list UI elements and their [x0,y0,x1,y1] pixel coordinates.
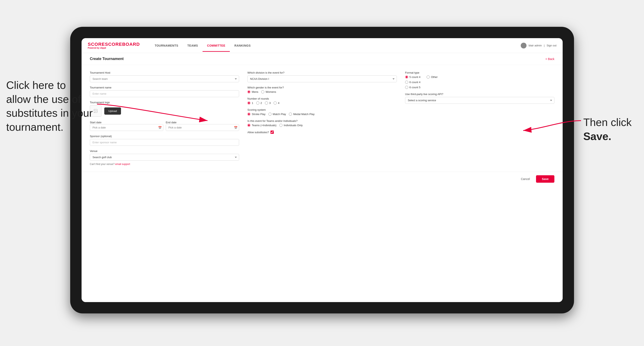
substitutes-group: Allow substitutes? [247,131,397,134]
format-6count5-label: 6 count 5 [410,86,420,89]
gender-mens-radio[interactable] [247,90,250,93]
format-5count4-radio[interactable] [405,75,408,79]
match-play-option[interactable]: Match Play [268,113,286,116]
calendar-icon-start: 📅 [158,126,162,129]
rounds-3-label: 3 [269,101,271,105]
start-date-wrap: 📅 [90,124,163,131]
tournament-name-label: Tournament name [90,86,239,89]
brand-logo: SCORESCOREBOARD Powered by clippd [88,42,140,49]
medal-match-play-label: Medal Match Play [293,113,314,116]
gender-womens-radio[interactable] [261,90,264,93]
scoring-service-select[interactable]: Select a scoring service [405,97,554,104]
stroke-play-option[interactable]: Stroke Play [247,113,265,116]
format-other-radio[interactable] [426,75,430,79]
stroke-play-radio[interactable] [247,113,250,116]
user-avatar [521,43,526,48]
scoring-api-label: Use third-party live scoring API? [405,93,554,96]
scoring-system-radio-group: Stroke Play Match Play Medal Match Play [247,113,397,116]
rounds-4-radio[interactable] [274,101,277,105]
individuals-only-option[interactable]: Individuals Only [279,124,303,127]
format-5count4-option[interactable]: 5 count 4 [405,75,420,79]
substitutes-checkbox[interactable] [270,131,274,134]
arrow-to-checkbox [95,100,210,125]
cancel-button[interactable]: Cancel [518,176,533,182]
sponsor-input[interactable] [90,139,239,146]
scoring-api-group: Use third-party live scoring API? Select… [405,93,554,104]
substitutes-checkbox-item[interactable]: Allow substitutes? [247,131,397,134]
individuals-only-label: Individuals Only [284,124,303,127]
gender-mens-option[interactable]: Mens [247,90,258,93]
teams-individuals-option[interactable]: Teams (+Individuals) [247,124,276,127]
back-link[interactable]: < Back [546,57,554,61]
action-bar: Cancel Save [82,172,563,186]
arrow-to-save [521,117,583,133]
gender-label: Which gender is the event for? [247,86,397,89]
rounds-4-label: 4 [278,101,279,105]
tournament-host-label: Tournament Host [90,71,239,74]
match-play-radio[interactable] [268,113,272,116]
nav-rankings[interactable]: RANKINGS [230,39,255,52]
nav-teams[interactable]: TEAMS [183,39,202,52]
teams-individuals-radio[interactable] [247,124,250,127]
tournament-host-input[interactable] [90,75,239,82]
gender-radio-group: Mens Womens [247,90,397,93]
format-6count4-option[interactable]: 6 count 4 [405,81,420,84]
nav-committee[interactable]: COMMITTEE [202,39,230,52]
division-select[interactable]: NCAA Division I [247,75,397,82]
scoring-system-group: Scoring system Stroke Play Match Play [247,108,397,116]
rounds-radio-group: 1 2 3 4 [247,101,397,105]
rounds-2-label: 2 [260,101,262,105]
calendar-icon-end: 📅 [234,126,238,129]
save-button[interactable]: Save [536,175,554,183]
page-header: Create Tournament < Back [82,53,563,65]
individuals-only-radio[interactable] [279,124,282,127]
nav-separator: | [544,44,544,47]
rounds-2-radio[interactable] [256,101,259,105]
format-row-2: 6 count 4 [405,81,554,84]
event-type-group: Is this event for Teams and/or Individua… [247,119,397,127]
end-date-input[interactable] [166,124,239,131]
form-col-2: Which division is the event for? NCAA Di… [247,71,397,166]
rounds-4-option[interactable]: 4 [274,101,279,105]
format-6count5-radio[interactable] [405,86,408,89]
venue-note: Can't find your venue? email support [90,163,239,166]
navbar: SCORESCOREBOARD Powered by clippd TOURNA… [82,38,563,53]
tournament-host-group: Tournament Host [90,71,239,82]
format-6count5-option[interactable]: 6 count 5 [405,86,420,89]
format-row-1: 5 count 4 Other [405,75,554,79]
rounds-3-option[interactable]: 3 [265,101,271,105]
event-type-radio-group: Teams (+Individuals) Individuals Only [247,124,397,127]
nav-links: TOURNAMENTS TEAMS COMMITTEE RANKINGS [150,39,521,52]
brand-powered: Powered by clippd [88,47,140,49]
match-play-label: Match Play [273,113,286,116]
format-6count4-radio[interactable] [405,81,408,84]
tablet-device: SCORESCOREBOARD Powered by clippd TOURNA… [70,27,574,313]
gender-mens-label: Mens [252,90,258,93]
venue-select[interactable]: Search golf club [90,154,239,161]
rounds-2-option[interactable]: 2 [256,101,262,105]
medal-match-play-radio[interactable] [289,113,292,116]
nav-tournaments[interactable]: TOURNAMENTS [150,39,183,52]
email-support-link[interactable]: email support [115,163,130,166]
substitutes-label: Allow substitutes? [247,131,269,134]
format-6count4-label: 6 count 4 [410,81,420,84]
rounds-3-radio[interactable] [265,101,268,105]
format-other-option[interactable]: Other [426,75,438,79]
annotation-left: Click here to allow the use of substitut… [6,78,93,134]
rounds-1-option[interactable]: 1 [247,101,253,105]
tablet-screen: SCORESCOREBOARD Powered by clippd TOURNA… [82,38,563,302]
gender-group: Which gender is the event for? Mens Wome… [247,86,397,93]
start-date-input[interactable] [90,124,163,131]
rounds-1-radio[interactable] [247,101,250,105]
sign-out-link[interactable]: Sign out [546,44,556,47]
format-type-group: Format type 5 count 4 Other [405,71,554,89]
gender-womens-option[interactable]: Womens [261,90,276,93]
stroke-play-label: Stroke Play [252,113,265,116]
venue-group: Venue Search golf club Can't find your v… [90,150,239,166]
format-type-label: Format type [405,71,554,74]
venue-label: Venue [90,150,239,153]
scoring-service-wrap: Select a scoring service [405,97,554,104]
tournament-name-input[interactable] [90,90,239,97]
medal-match-play-option[interactable]: Medal Match Play [289,113,314,116]
nav-user-area: blair admin | Sign out [521,43,556,48]
